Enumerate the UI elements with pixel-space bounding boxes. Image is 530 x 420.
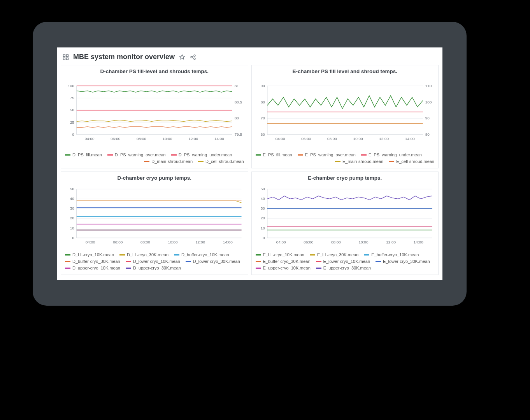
svg-rect-3 <box>67 58 68 60</box>
svg-text:60: 60 <box>260 132 265 136</box>
svg-text:0: 0 <box>263 236 265 240</box>
svg-text:80: 80 <box>260 100 265 104</box>
share-icon[interactable] <box>190 54 197 61</box>
svg-text:90: 90 <box>425 116 430 120</box>
svg-text:08:00: 08:00 <box>327 136 337 141</box>
panel-title: E-chamber PS fill level and shroud temps… <box>252 65 439 76</box>
chart-plot[interactable]: 60708090809010011004:0006:0008:0010:0012… <box>254 76 436 149</box>
legend-item[interactable]: D_lower-cryo_10K.mean <box>126 258 180 265</box>
legend-item[interactable]: E_upper-cryo_10K.mean <box>256 265 311 271</box>
chart-panel[interactable]: D-chamber PS fill-level and shrouds temp… <box>61 65 248 168</box>
dashboard-titlebar: MBE system monitor overview <box>57 47 442 65</box>
svg-text:06:00: 06:00 <box>304 240 313 244</box>
svg-text:08:00: 08:00 <box>137 136 146 141</box>
legend-item[interactable]: D_upper-cryo_30K.mean <box>126 265 181 271</box>
legend-item[interactable]: E_PS_warning_over.mean <box>298 152 356 158</box>
legend-item[interactable]: E_LL-cryo_30K.mean <box>310 252 358 258</box>
svg-text:30: 30 <box>260 206 265 210</box>
legend-item[interactable]: E_buffer-cryo_10K.mean <box>364 252 419 258</box>
legend-item[interactable]: D_main-shroud.mean <box>144 158 193 165</box>
svg-text:12:00: 12:00 <box>379 136 389 141</box>
svg-text:75: 75 <box>70 96 75 100</box>
svg-text:80.5: 80.5 <box>235 100 242 104</box>
svg-text:40: 40 <box>70 196 75 201</box>
svg-text:30: 30 <box>70 206 75 210</box>
legend-item[interactable]: D_PS_warning_under.mean <box>171 152 232 158</box>
svg-text:50: 50 <box>70 108 75 112</box>
svg-text:40: 40 <box>260 196 265 201</box>
svg-text:14:00: 14:00 <box>413 240 423 244</box>
svg-text:90: 90 <box>260 84 265 88</box>
legend-item[interactable]: D_PS_warning_over.mean <box>107 152 166 158</box>
svg-text:70: 70 <box>260 116 265 120</box>
panel-title: D-chamber PS fill-level and shrouds temp… <box>61 65 248 76</box>
svg-text:0: 0 <box>72 236 74 240</box>
svg-text:79.5: 79.5 <box>235 132 242 136</box>
legend-item[interactable]: D_PS_fill.mean <box>65 152 102 158</box>
legend-item[interactable]: E_main-shroud.mean <box>335 158 383 165</box>
legend-item[interactable]: D_LL-cryo_10K.mean <box>65 252 114 258</box>
svg-text:04:00: 04:00 <box>85 136 95 141</box>
svg-text:80: 80 <box>235 116 239 120</box>
svg-text:10:00: 10:00 <box>358 240 368 244</box>
chart-panel[interactable]: E-chamber cryo pump temps.0102030405004:… <box>251 172 439 275</box>
svg-text:12:00: 12:00 <box>386 240 396 244</box>
svg-text:06:00: 06:00 <box>111 136 120 141</box>
svg-text:08:00: 08:00 <box>331 240 340 244</box>
legend-item[interactable]: E_PS_warning_under.mean <box>361 152 422 158</box>
apps-grid-icon <box>62 54 69 61</box>
svg-text:14:00: 14:00 <box>214 136 224 141</box>
svg-text:04:00: 04:00 <box>275 136 285 141</box>
chart-plot[interactable]: 0102030405004:0006:0008:0010:0012:0014:0… <box>63 182 246 249</box>
star-icon[interactable] <box>179 54 186 61</box>
svg-text:81: 81 <box>235 84 239 88</box>
legend-item[interactable]: D_LL-cryo_30K.mean <box>119 252 168 258</box>
svg-text:12:00: 12:00 <box>188 136 198 141</box>
tablet-frame: MBE system monitor overview D-chamber PS… <box>33 22 467 306</box>
legend-item[interactable]: E_PS_fill.mean <box>256 152 292 158</box>
chart-panel[interactable]: E-chamber PS fill level and shroud temps… <box>251 65 439 168</box>
svg-text:100: 100 <box>68 84 74 88</box>
svg-text:50: 50 <box>260 187 265 191</box>
svg-text:14:00: 14:00 <box>405 136 414 141</box>
svg-text:12:00: 12:00 <box>195 240 205 244</box>
legend-item[interactable]: D_upper-cryo_10K.mean <box>65 265 120 271</box>
page-title: MBE system monitor overview <box>73 53 175 61</box>
chart-plot[interactable]: 025507510079.58080.58104:0006:0008:0010:… <box>63 76 246 149</box>
dashboard-screen: MBE system monitor overview D-chamber PS… <box>57 47 442 280</box>
legend-item[interactable]: E_lower-cryo_10K.mean <box>316 258 370 265</box>
chart-plot[interactable]: 0102030405004:0006:0008:0010:0012:0014:0… <box>254 182 436 249</box>
panel-grid: D-chamber PS fill-level and shrouds temp… <box>57 65 442 279</box>
svg-text:04:00: 04:00 <box>86 240 95 244</box>
legend-item[interactable]: D_buffer-cryo_10K.mean <box>174 252 229 258</box>
svg-text:20: 20 <box>260 216 265 220</box>
legend-item[interactable]: D_cell-shroud.mean <box>198 158 244 165</box>
chart-legend: E_PS_fill.meanE_PS_warning_over.meanE_PS… <box>252 149 439 168</box>
legend-item[interactable]: E_cell-shroud.mean <box>389 158 434 165</box>
legend-item[interactable]: E_upper-cryo_30K.mean <box>316 265 371 271</box>
legend-item[interactable]: E_LL-cryo_10K.mean <box>256 252 304 258</box>
svg-text:0: 0 <box>72 132 74 136</box>
svg-text:10: 10 <box>260 226 265 230</box>
svg-text:80: 80 <box>425 132 430 136</box>
svg-rect-1 <box>67 54 68 56</box>
legend-item[interactable]: E_buffer-cryo_30K.mean <box>256 258 311 265</box>
svg-text:100: 100 <box>425 100 432 104</box>
svg-text:20: 20 <box>70 216 75 220</box>
svg-rect-2 <box>63 58 65 60</box>
svg-text:25: 25 <box>70 120 75 124</box>
svg-text:06:00: 06:00 <box>301 136 311 141</box>
chart-legend: D_LL-cryo_10K.meanD_LL-cryo_30K.meanD_bu… <box>61 249 248 275</box>
svg-text:14:00: 14:00 <box>223 240 233 244</box>
svg-text:06:00: 06:00 <box>113 240 123 244</box>
chart-legend: D_PS_fill.meanD_PS_warning_over.meanD_PS… <box>61 149 248 168</box>
panel-title: D-chamber cryo pump temps. <box>61 172 248 182</box>
svg-text:10:00: 10:00 <box>163 136 172 141</box>
legend-item[interactable]: E_lower-cryo_30K.mean <box>376 258 430 265</box>
svg-point-5 <box>194 55 195 56</box>
svg-text:50: 50 <box>70 187 75 191</box>
chart-panel[interactable]: D-chamber cryo pump temps.0102030405004:… <box>61 172 248 275</box>
legend-item[interactable]: D_lower-cryo_30K.mean <box>186 258 240 265</box>
svg-text:10:00: 10:00 <box>168 240 178 244</box>
legend-item[interactable]: D_buffer-cryo_30K.mean <box>65 258 120 265</box>
